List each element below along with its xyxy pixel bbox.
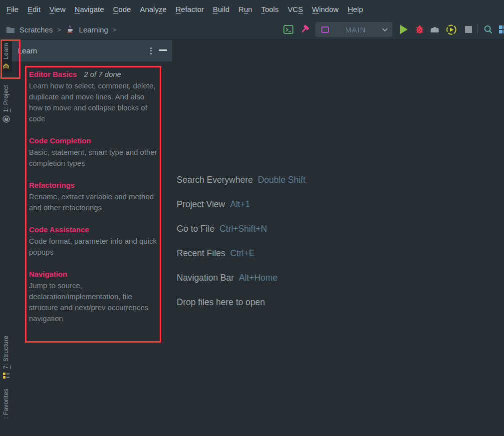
- lesson-progress: 2 of 7 done: [84, 70, 121, 78]
- main-toolbar: Scratches > Learning >: [0, 19, 504, 40]
- lesson-code-assistance: Code Assistance Code format, parameter i…: [29, 225, 158, 258]
- terminal-icon[interactable]: [282, 23, 294, 35]
- plugins-grid-icon[interactable]: [497, 23, 504, 35]
- menu-edit[interactable]: Edit: [23, 0, 45, 19]
- tool-window-stripe: Learn 1: Project M 7: Structure : Favori…: [0, 40, 12, 436]
- hint-search-everywhere: Search EverywhereDouble Shift: [177, 175, 305, 186]
- hint-navigation-bar: Navigation BarAlt+Home: [177, 273, 305, 284]
- menu-vcs[interactable]: VCS: [283, 0, 307, 19]
- breadcrumb: Scratches > Learning >: [6, 19, 116, 40]
- menu-navigate[interactable]: Navigate: [70, 0, 108, 19]
- lesson-description: Code format, parameter info and quick po…: [29, 236, 158, 258]
- hint-recent-files: Recent FilesCtrl+E: [177, 248, 305, 259]
- build-hammer-icon[interactable]: [299, 23, 311, 35]
- chevron-down-icon: [382, 26, 388, 31]
- java-coffee-icon: [65, 25, 74, 34]
- debug-bug-icon[interactable]: [414, 23, 426, 35]
- learn-badge-icon: [2, 62, 10, 70]
- stripe-button-structure[interactable]: 7: Structure: [0, 336, 12, 379]
- toolbar-separator: [477, 24, 478, 35]
- lesson-code-completion: Code Completion Basic, statement, smart …: [29, 136, 158, 169]
- run-config-icon: [321, 26, 329, 33]
- stripe-button-learn[interactable]: Learn: [0, 41, 12, 72]
- menu-refactor[interactable]: Refactor: [171, 0, 209, 19]
- hide-tool-window-icon[interactable]: [159, 49, 167, 51]
- breadcrumb-learning[interactable]: Learning: [79, 25, 108, 34]
- lesson-title[interactable]: Code Assistance: [29, 225, 89, 234]
- lesson-title[interactable]: Code Completion: [29, 136, 91, 145]
- menu-analyze[interactable]: Analyze: [135, 0, 171, 19]
- chevron-right-icon: >: [113, 26, 117, 33]
- hint-project-view: Project ViewAlt+1: [177, 199, 305, 210]
- menu-build[interactable]: Build: [208, 0, 234, 19]
- lesson-navigation: Navigation Jump to source, declaration/i…: [29, 270, 158, 324]
- stripe-button-project[interactable]: 1: Project M: [0, 85, 12, 123]
- lesson-title[interactable]: Refactorings: [29, 181, 75, 189]
- lesson-editor-basics: Editor Basics 2 of 7 done Learn how to s…: [29, 70, 158, 124]
- tool-window-title: Learn: [18, 46, 37, 55]
- hint-drop-files: Drop files here to open: [177, 297, 305, 308]
- profiler-icon[interactable]: [445, 23, 457, 35]
- search-icon[interactable]: [482, 23, 494, 35]
- run-button[interactable]: [398, 23, 410, 35]
- stop-icon[interactable]: [463, 23, 475, 35]
- folder-icon: [6, 25, 15, 33]
- menu-help[interactable]: Help: [343, 0, 368, 19]
- lesson-refactorings: Refactorings Rename, extract variable an…: [29, 181, 158, 213]
- run-config-selector[interactable]: MAIN: [315, 22, 392, 37]
- menu-file[interactable]: File: [2, 0, 23, 19]
- tool-window-options-icon[interactable]: [146, 45, 156, 56]
- lesson-list: Editor Basics 2 of 7 done Learn how to s…: [29, 70, 158, 336]
- lesson-description: Jump to source, declaration/implementati…: [29, 280, 158, 324]
- menu-window[interactable]: Window: [307, 0, 343, 19]
- stripe-button-favorites[interactable]: : Favorites: [0, 389, 12, 419]
- learn-tool-window-header: Learn: [12, 40, 172, 61]
- coverage-cloud-icon[interactable]: [429, 23, 441, 35]
- menu-bar: File Edit View Navigate Code Analyze Ref…: [0, 0, 504, 19]
- breadcrumb-scratches[interactable]: Scratches: [19, 25, 53, 34]
- menu-tools[interactable]: Tools: [256, 0, 283, 19]
- lesson-title[interactable]: Editor Basics: [29, 70, 77, 78]
- lesson-description: Rename, extract variable and method and …: [29, 191, 158, 213]
- structure-icon: [3, 372, 9, 379]
- editor-empty-state: Search EverywhereDouble Shift Project Vi…: [177, 175, 305, 322]
- project-module-icon: M: [2, 115, 10, 123]
- lesson-title[interactable]: Navigation: [29, 270, 67, 278]
- menu-run[interactable]: Run: [234, 0, 257, 19]
- lesson-description: Learn how to select, comment, delete, du…: [29, 80, 158, 124]
- lesson-description: Basic, statement, smart type and other c…: [29, 147, 158, 169]
- menu-code[interactable]: Code: [109, 0, 136, 19]
- chevron-right-icon: >: [57, 26, 61, 33]
- hint-go-to-file: Go to FileCtrl+Shift+N: [177, 224, 305, 235]
- menu-view[interactable]: View: [45, 0, 70, 19]
- svg-text:M: M: [4, 116, 7, 121]
- run-config-name: MAIN: [329, 25, 382, 34]
